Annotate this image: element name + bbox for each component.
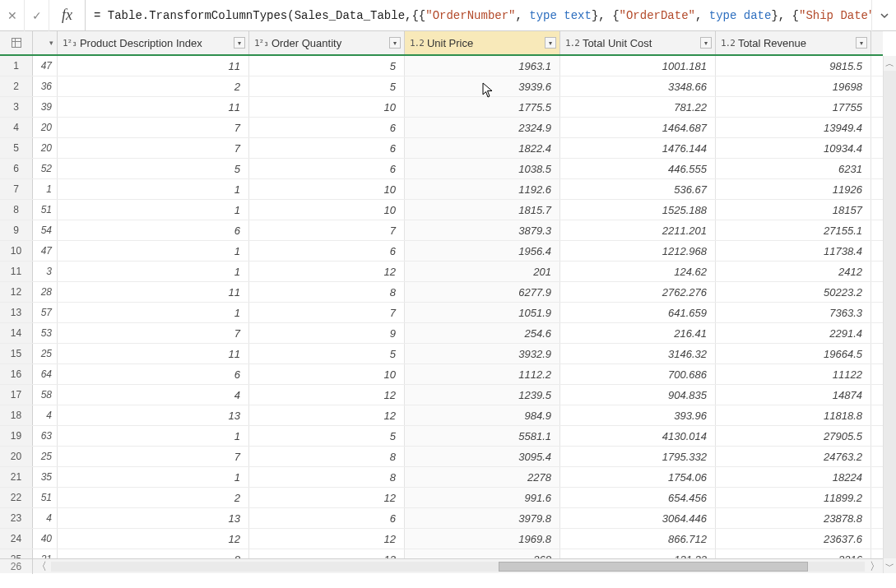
row-number[interactable]: 17: [0, 385, 33, 405]
row-number[interactable]: 23: [0, 508, 33, 528]
cell[interactable]: 14874: [716, 385, 871, 405]
table-row[interactable]: 12281186277.92762.27650223.2: [0, 282, 883, 303]
table-row[interactable]: 145379254.6216.412291.4: [0, 323, 883, 344]
index-cell[interactable]: 58: [33, 385, 58, 405]
cell[interactable]: 6: [249, 138, 405, 158]
cell[interactable]: 7: [58, 323, 249, 343]
column-filter-button[interactable]: ▾: [545, 37, 556, 49]
cell[interactable]: 12: [249, 529, 405, 549]
index-cell[interactable]: 40: [33, 529, 58, 549]
cell[interactable]: 991.6: [405, 488, 560, 507]
cell[interactable]: 7363.3: [716, 303, 871, 322]
cell[interactable]: 2762.276: [560, 282, 716, 302]
table-row[interactable]: 1357171051.9641.6597363.3: [0, 303, 883, 323]
cell[interactable]: 2211.201: [560, 220, 716, 240]
cell[interactable]: 866.712: [560, 529, 716, 549]
table-row[interactable]: 520761822.41476.14410934.4: [0, 138, 883, 159]
cell[interactable]: 268: [405, 549, 560, 558]
row-number[interactable]: 7: [0, 179, 33, 199]
cell[interactable]: 3216: [716, 549, 871, 558]
cell[interactable]: 1: [58, 303, 249, 322]
column-header-total-revenue[interactable]: 1.2Total Revenue▾: [716, 31, 871, 54]
cell[interactable]: 393.96: [560, 405, 716, 425]
column-header-product-description-index[interactable]: 1²₃Product Description Index▾: [58, 31, 249, 54]
row-number[interactable]: 20: [0, 447, 33, 466]
row-number[interactable]: 6: [0, 159, 33, 178]
cell[interactable]: 700.686: [560, 364, 716, 384]
column-header-total-unit-cost[interactable]: 1.2Total Unit Cost▾: [560, 31, 716, 54]
cell[interactable]: 1464.687: [560, 118, 716, 137]
table-row[interactable]: 33911101775.5781.2217755: [0, 97, 883, 118]
table-row[interactable]: 113112201124.622412: [0, 262, 883, 282]
cell[interactable]: 6: [58, 364, 249, 384]
index-cell[interactable]: 25: [33, 447, 58, 466]
row-number[interactable]: 18: [0, 405, 33, 425]
cell[interactable]: 7: [58, 118, 249, 137]
index-cell[interactable]: 20: [33, 138, 58, 158]
scroll-down-button[interactable]: ﹀: [884, 558, 896, 573]
table-row[interactable]: 8511101815.71525.18818157: [0, 200, 883, 220]
cell[interactable]: 6: [249, 159, 405, 178]
cell[interactable]: 7: [249, 303, 405, 322]
cell[interactable]: 201: [405, 262, 560, 281]
cell[interactable]: 24763.2: [716, 447, 871, 466]
cell[interactable]: 1: [58, 241, 249, 261]
cell[interactable]: 1239.5: [405, 385, 560, 405]
cell[interactable]: 1: [58, 179, 249, 199]
column-filter-button[interactable]: ▾: [234, 37, 245, 49]
cell[interactable]: 10934.4: [716, 138, 871, 158]
cell[interactable]: 5: [249, 344, 405, 363]
hscroll-track[interactable]: [51, 562, 865, 572]
column-header-order-quantity[interactable]: 1²₃Order Quantity▾: [249, 31, 405, 54]
row-number[interactable]: 3: [0, 97, 33, 117]
cell[interactable]: 2: [58, 488, 249, 507]
index-cell[interactable]: 51: [33, 488, 58, 507]
row-number[interactable]: 5: [0, 138, 33, 158]
cell[interactable]: 4: [58, 385, 249, 405]
index-cell[interactable]: 4: [33, 508, 58, 528]
cell[interactable]: 446.555: [560, 159, 716, 178]
table-row[interactable]: 1471151963.11001.1819815.5: [0, 56, 883, 76]
formula-confirm-button[interactable]: ✓: [25, 0, 49, 31]
table-corner-button[interactable]: [0, 31, 33, 54]
cell[interactable]: 3064.446: [560, 508, 716, 528]
cell[interactable]: 1754.06: [560, 467, 716, 487]
cell[interactable]: 7: [58, 138, 249, 158]
row-number[interactable]: 11: [0, 262, 33, 281]
formula-expand-button[interactable]: [871, 0, 896, 31]
cell[interactable]: 5: [249, 426, 405, 446]
table-row[interactable]: 2341363979.83064.44623878.8: [0, 508, 883, 529]
cell[interactable]: 12: [249, 262, 405, 281]
cell[interactable]: 5: [249, 56, 405, 76]
cell[interactable]: 1212.968: [560, 241, 716, 261]
table-row[interactable]: 244012121969.8866.71223637.6: [0, 529, 883, 549]
cell[interactable]: 8: [249, 447, 405, 466]
index-cell[interactable]: 36: [33, 76, 58, 96]
table-row[interactable]: 21351822781754.0618224: [0, 467, 883, 488]
cell[interactable]: 2324.9: [405, 118, 560, 137]
cell[interactable]: 536.67: [560, 179, 716, 199]
index-cell[interactable]: 39: [33, 97, 58, 117]
index-cell[interactable]: 28: [33, 282, 58, 302]
cell[interactable]: 6277.9: [405, 282, 560, 302]
cell[interactable]: 1: [58, 426, 249, 446]
index-cell[interactable]: 35: [33, 467, 58, 487]
row-number[interactable]: 4: [0, 118, 33, 137]
cell[interactable]: 3146.32: [560, 344, 716, 363]
cell[interactable]: 124.62: [560, 262, 716, 281]
cell[interactable]: 8: [249, 467, 405, 487]
cell[interactable]: 10: [249, 97, 405, 117]
cell[interactable]: 19664.5: [716, 344, 871, 363]
column-filter-button[interactable]: ▾: [389, 37, 401, 49]
column-filter-button[interactable]: ▾: [700, 37, 712, 49]
cell[interactable]: 10: [249, 364, 405, 384]
cell[interactable]: 8: [58, 549, 249, 558]
scroll-left-button[interactable]: 〈: [33, 559, 49, 574]
cell[interactable]: 17755: [716, 97, 871, 117]
cell[interactable]: 1112.2: [405, 364, 560, 384]
cell[interactable]: 254.6: [405, 323, 560, 343]
vertical-scrollbar[interactable]: ︿ ﹀: [883, 56, 896, 573]
vscroll-track[interactable]: [884, 71, 896, 558]
cell[interactable]: 5581.1: [405, 426, 560, 446]
cell[interactable]: 10: [249, 200, 405, 220]
